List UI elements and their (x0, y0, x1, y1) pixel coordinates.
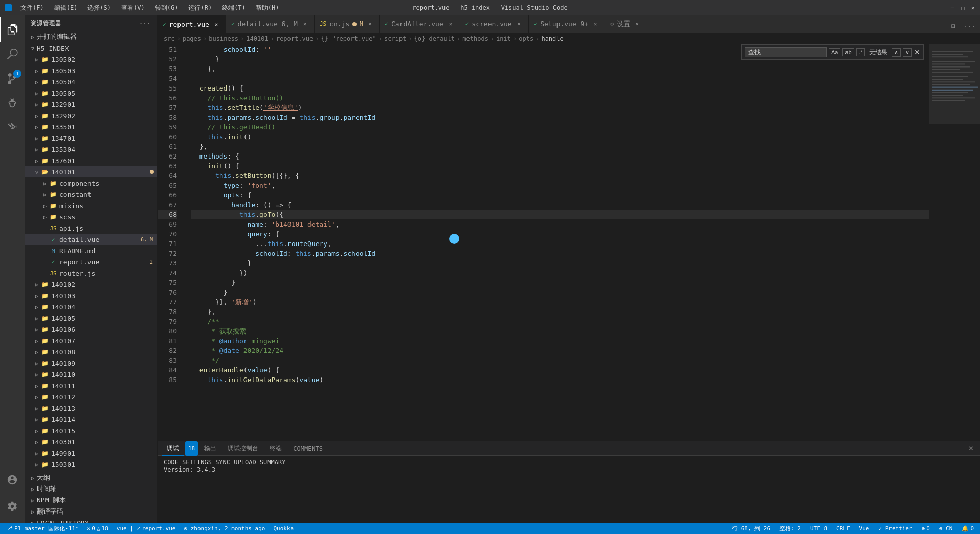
tab-cardafter-vue[interactable]: ✓ CardAfter.vue ✕ (380, 15, 460, 33)
menu-help[interactable]: 帮助(H) (252, 3, 283, 13)
whole-word-button[interactable]: ab (842, 48, 854, 56)
folder-140104[interactable]: ▷ 📁 140104 (25, 301, 157, 313)
file-report-vue[interactable]: ✓ report.vue 2 (25, 256, 157, 268)
menu-run[interactable]: 运行(R) (184, 3, 216, 13)
error-warning-count[interactable]: ✕ 0 △ 18 (85, 523, 110, 534)
panel-tab-debug[interactable]: 调试 (162, 441, 184, 456)
sidebar-scroll[interactable]: ▷ 开打的编辑器 ▽ H5-INDEX ▷ 📁 130502 ▷ 📁 13050… (25, 31, 157, 523)
folder-140101[interactable]: ▽ 📂 140101 (25, 166, 157, 177)
breadcrumb-report-vue[interactable]: report.vue (276, 35, 313, 42)
tab-close-button[interactable]: ✕ (447, 20, 455, 28)
breadcrumb-src[interactable]: src (164, 35, 175, 42)
folder-140301[interactable]: ▷ 📁 140301 (25, 436, 157, 448)
section-translate[interactable]: ▷ 翻译字码 (25, 506, 157, 517)
tab-close-button[interactable]: ✕ (515, 20, 523, 28)
folder-130505[interactable]: ▷ 📁 130505 (25, 87, 157, 99)
folder-134701[interactable]: ▷ 📁 134701 (25, 132, 157, 144)
folder-130502[interactable]: ▷ 📁 130502 (25, 54, 157, 65)
file-router-js[interactable]: JS router.js (25, 268, 157, 279)
folder-149901[interactable]: ▷ 📁 149901 (25, 448, 157, 459)
breadcrumb-init[interactable]: init (496, 35, 511, 42)
breadcrumb-140101[interactable]: 140101 (246, 35, 268, 42)
panel-tab-terminal[interactable]: 终端 (264, 441, 287, 456)
tab-report-vue[interactable]: ✓ report.vue ✕ (158, 15, 226, 33)
code-editor[interactable]: schoolId: '' } }, created() { // this.se… (183, 44, 929, 441)
match-case-button[interactable]: Aa (829, 48, 840, 56)
quokka[interactable]: Quokka (271, 523, 296, 534)
folder-140115[interactable]: ▷ 📁 140115 (25, 425, 157, 436)
breadcrumb-report-obj[interactable]: {} "report.vue" (321, 35, 376, 42)
folder-140113[interactable]: ▷ 📁 140113 (25, 403, 157, 414)
line-ending[interactable]: CRLF (834, 523, 852, 534)
folder-140109[interactable]: ▷ 📁 140109 (25, 358, 157, 369)
tab-cn-js[interactable]: JS cn.js M ✕ (315, 15, 380, 33)
titlebar-menu[interactable]: 文件(F) 编辑(E) 选择(S) 查看(V) 转到(G) 运行(R) 终端(T… (16, 3, 283, 13)
breadcrumb-opts[interactable]: opts (519, 35, 533, 42)
folder-140102[interactable]: ▷ 📁 140102 (25, 279, 157, 290)
language-mode[interactable]: Vue (857, 523, 872, 534)
regex-button[interactable]: .* (856, 48, 865, 56)
activity-extensions[interactable] (0, 116, 25, 140)
file-readme-md[interactable]: M README.md (25, 245, 157, 256)
section-h5-index[interactable]: ▽ H5-INDEX (25, 42, 157, 54)
folder-135304[interactable]: ▷ 📁 135304 (25, 144, 157, 155)
folder-150301[interactable]: ▷ 📁 150301 (25, 459, 157, 470)
tab-close-button[interactable]: ✕ (591, 20, 599, 28)
menu-view[interactable]: 查看(V) (117, 3, 149, 13)
sidebar-more[interactable]: ··· (139, 20, 151, 27)
folder-scss[interactable]: ▷ 📁 scss (25, 211, 157, 222)
prev-match-button[interactable]: ∧ (892, 48, 901, 57)
folder-140108[interactable]: ▷ 📁 140108 (25, 346, 157, 358)
breadcrumb-handle[interactable]: handle (541, 35, 563, 42)
tab-setup-vue[interactable]: ✓ Setup.vue 9+ ✕ (529, 15, 606, 33)
folder-137601[interactable]: ▷ 📁 137601 (25, 155, 157, 166)
folder-132902[interactable]: ▷ 📁 132902 (25, 110, 157, 121)
folder-140105[interactable]: ▷ 📁 140105 (25, 313, 157, 324)
more-actions-button[interactable]: ··· (963, 18, 977, 33)
maximize-button[interactable]: □ (960, 5, 966, 11)
section-outline[interactable]: ▷ 大纲 (25, 472, 157, 483)
close-button[interactable]: ✕ (970, 5, 976, 11)
tab-close-button[interactable]: ✕ (301, 20, 309, 28)
file-detail-vue[interactable]: ✓ detail.vue 6, M (25, 234, 157, 245)
folder-mixins[interactable]: ▷ 📁 mixins (25, 200, 157, 211)
menu-terminal[interactable]: 终端(T) (218, 3, 250, 13)
notifications-cn[interactable]: ⊕ CN (937, 523, 955, 534)
split-editor-button[interactable]: ⊞ (946, 18, 961, 33)
encoding[interactable]: UTF-8 (808, 523, 829, 534)
git-blame[interactable]: ⊙ zhongxin, 2 months ago (182, 523, 267, 534)
menu-edit[interactable]: 编辑(E) (50, 3, 82, 13)
find-input[interactable] (745, 47, 827, 57)
find-close-button[interactable]: ✕ (914, 48, 920, 56)
section-npm-scripts[interactable]: ▷ NPM 脚本 (25, 495, 157, 506)
tab-close-button[interactable]: ✕ (633, 20, 641, 28)
minimize-button[interactable]: ─ (949, 5, 955, 11)
folder-constant[interactable]: ▷ 📁 constant (25, 189, 157, 200)
folder-132901[interactable]: ▷ 📁 132901 (25, 99, 157, 110)
activity-settings[interactable] (0, 494, 25, 519)
menu-file[interactable]: 文件(F) (16, 3, 48, 13)
folder-140112[interactable]: ▷ 📁 140112 (25, 391, 157, 403)
notifications[interactable]: 🔔 0 (960, 523, 976, 534)
section-timeline[interactable]: ▷ 时间轴 (25, 483, 157, 495)
tab-close-button[interactable]: ✕ (212, 20, 220, 28)
menu-select[interactable]: 选择(S) (83, 3, 115, 13)
breadcrumb-methods[interactable]: methods (462, 35, 488, 42)
tab-screen-vue[interactable]: ✓ screen.vue ✕ (460, 15, 529, 33)
prettier[interactable]: ✓ Prettier (876, 523, 914, 534)
tab-close-button[interactable]: ✕ (366, 20, 374, 28)
menu-goto[interactable]: 转到(G) (151, 3, 183, 13)
folder-133501[interactable]: ▷ 📁 133501 (25, 121, 157, 132)
file-type[interactable]: vue | ✓ report.vue (115, 523, 178, 534)
panel-tab-debug-count[interactable]: 18 (185, 441, 198, 456)
folder-140103[interactable]: ▷ 📁 140103 (25, 290, 157, 301)
section-open-editors[interactable]: ▷ 开打的编辑器 (25, 31, 157, 42)
folder-130503[interactable]: ▷ 📁 130503 (25, 65, 157, 76)
breadcrumb-default[interactable]: {o} default (414, 35, 455, 42)
panel-tab-comments[interactable]: COMMENTS (288, 441, 328, 456)
breadcrumb-pages[interactable]: pages (183, 35, 201, 42)
panel-tab-output[interactable]: 输出 (199, 441, 221, 456)
panel-close-button[interactable]: ✕ (966, 443, 976, 453)
folder-130504[interactable]: ▷ 📁 130504 (25, 76, 157, 87)
activity-search[interactable] (0, 42, 25, 66)
